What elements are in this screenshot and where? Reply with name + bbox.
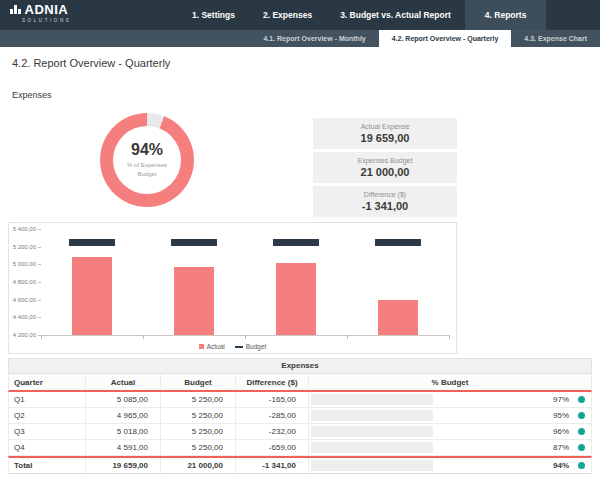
x-axis-tick xyxy=(143,335,144,339)
row-pct-cell: 87% xyxy=(309,440,591,455)
table-header-row: Quarter Actual Budget Difference ($) % B… xyxy=(8,374,592,392)
kpi-actual-expense: Actual Expense 19 659,00 xyxy=(313,118,457,149)
row-budget: 5 250,00 xyxy=(161,440,236,455)
tab-expense-chart[interactable]: 4.3. Expense Chart xyxy=(511,30,600,47)
row-difference: -165,00 xyxy=(236,392,309,407)
top-navigation: ADNIA SOLUTIONS 1. Settings 2. Expenses … xyxy=(0,0,600,30)
row-pct-bar-track xyxy=(311,394,433,405)
page-title: 4.2. Report Overview - Quarterly xyxy=(12,57,170,69)
budget-dash-q2 xyxy=(171,239,217,246)
donut-percent-value: 94% xyxy=(131,142,163,158)
row-actual: 4 965,00 xyxy=(86,408,161,423)
x-axis-tick xyxy=(449,335,450,339)
actual-bar-q1 xyxy=(72,257,112,335)
menu-item-reports[interactable]: 4. Reports xyxy=(465,0,547,30)
legend-budget: Budget xyxy=(235,343,267,350)
status-dot-icon xyxy=(578,428,585,435)
table-row: Q2 4 965,00 5 250,00 -285,00 95% xyxy=(8,408,592,424)
total-pct-bar-track xyxy=(311,460,433,471)
status-dot-icon xyxy=(578,396,585,403)
total-label: Total xyxy=(9,458,86,473)
table-row: Q4 4 591,00 5 250,00 -659,00 87% xyxy=(8,440,592,456)
donut-caption: % of Expenses Budget xyxy=(127,161,167,179)
quarterly-bar-chart: Actual Budget 5 400,005 200,005 000,004 … xyxy=(8,222,457,354)
total-difference: -1 341,00 xyxy=(236,458,309,473)
menu-item-settings[interactable]: 1. Settings xyxy=(178,0,249,30)
donut-center: 94% % of Expenses Budget xyxy=(113,126,181,194)
row-quarter: Q1 xyxy=(9,392,86,407)
row-pct-value: 95% xyxy=(543,411,569,420)
row-budget: 5 250,00 xyxy=(161,392,236,407)
kpi-expenses-budget: Expenses Budget 21 000,00 xyxy=(313,152,457,183)
y-axis-label: 5 200,00 xyxy=(9,244,36,250)
x-axis-tick xyxy=(347,335,348,339)
y-axis-tick xyxy=(38,264,41,265)
row-pct-bar-track xyxy=(311,410,433,421)
row-difference: -659,00 xyxy=(236,440,309,455)
y-axis-tick xyxy=(38,282,41,283)
total-actual: 19 659,00 xyxy=(86,458,161,473)
expenses-table: Expenses Quarter Actual Budget Differenc… xyxy=(8,358,592,474)
y-axis-tick xyxy=(38,247,41,248)
budget-dash-q4 xyxy=(375,239,421,246)
actual-bar-q2 xyxy=(174,267,214,335)
total-status-dot-icon xyxy=(578,462,585,469)
row-quarter: Q2 xyxy=(9,408,86,423)
status-dot-icon xyxy=(578,412,585,419)
budget-legend-dash-icon xyxy=(235,346,243,348)
y-axis-tick xyxy=(38,300,41,301)
budget-dash-q3 xyxy=(273,239,319,246)
row-actual: 5 085,00 xyxy=(86,392,161,407)
adnia-logo: ADNIA SOLUTIONS xyxy=(10,3,71,23)
row-quarter: Q4 xyxy=(9,440,86,455)
column-header-pct-budget: % Budget xyxy=(309,374,591,390)
x-axis-tick xyxy=(41,335,42,339)
actual-bar-q4 xyxy=(378,300,418,335)
table-row: Q3 5 018,00 5 250,00 -232,00 96% xyxy=(8,424,592,440)
logo-name: ADNIA xyxy=(25,3,69,16)
table-body: Q1 5 085,00 5 250,00 -165,00 97% Q2 4 96… xyxy=(8,392,592,456)
y-axis-label: 4 200,00 xyxy=(9,332,36,338)
table-title: Expenses xyxy=(8,358,592,374)
report-page: ADNIA SOLUTIONS 1. Settings 2. Expenses … xyxy=(0,0,600,480)
y-axis-tick xyxy=(38,229,41,230)
tab-report-overview-monthly[interactable]: 4.1. Report Overview - Monthly xyxy=(250,30,378,47)
row-pct-bar-track xyxy=(311,442,433,453)
row-difference: -232,00 xyxy=(236,424,309,439)
chart-plot-area xyxy=(41,229,449,336)
y-axis-label: 4 800,00 xyxy=(9,279,36,285)
section-label-expenses: Expenses xyxy=(12,90,52,100)
actual-legend-swatch-icon xyxy=(199,344,204,349)
actual-bar-q3 xyxy=(276,263,316,335)
logo-tagline: SOLUTIONS xyxy=(22,18,71,23)
row-actual: 4 591,00 xyxy=(86,440,161,455)
row-pct-cell: 97% xyxy=(309,392,591,407)
table-row: Q1 5 085,00 5 250,00 -165,00 97% xyxy=(8,392,592,408)
main-menu: 1. Settings 2. Expenses 3. Budget vs. Ac… xyxy=(178,0,546,30)
kpi-panel: Actual Expense 19 659,00 Expenses Budget… xyxy=(313,118,457,220)
column-header-actual: Actual xyxy=(86,374,161,390)
tab-report-overview-quarterly[interactable]: 4.2. Report Overview - Quarterly xyxy=(379,30,512,47)
row-pct-cell: 95% xyxy=(309,408,591,423)
menu-item-budget-vs-actual[interactable]: 3. Budget vs. Actual Report xyxy=(326,0,465,30)
row-difference: -285,00 xyxy=(236,408,309,423)
y-axis-label: 5 000,00 xyxy=(9,261,36,267)
row-pct-value: 97% xyxy=(543,395,569,404)
status-dot-icon xyxy=(578,444,585,451)
total-pct-value: 94% xyxy=(543,461,569,470)
column-header-difference: Difference ($) xyxy=(236,374,309,390)
x-axis-tick xyxy=(245,335,246,339)
row-pct-value: 87% xyxy=(543,443,569,452)
row-pct-bar-track xyxy=(311,426,433,437)
menu-item-expenses[interactable]: 2. Expenses xyxy=(249,0,326,30)
budget-dash-q1 xyxy=(69,239,115,246)
column-header-quarter: Quarter xyxy=(9,374,86,390)
column-header-budget: Budget xyxy=(161,374,236,390)
row-quarter: Q3 xyxy=(9,424,86,439)
row-pct-value: 96% xyxy=(543,427,569,436)
budget-percent-donut-chart: 94% % of Expenses Budget xyxy=(100,113,194,207)
kpi-difference: Difference ($) -1 341,00 xyxy=(313,186,457,217)
total-budget: 21 000,00 xyxy=(161,458,236,473)
y-axis-label: 4 600,00 xyxy=(9,297,36,303)
y-axis-tick xyxy=(38,317,41,318)
